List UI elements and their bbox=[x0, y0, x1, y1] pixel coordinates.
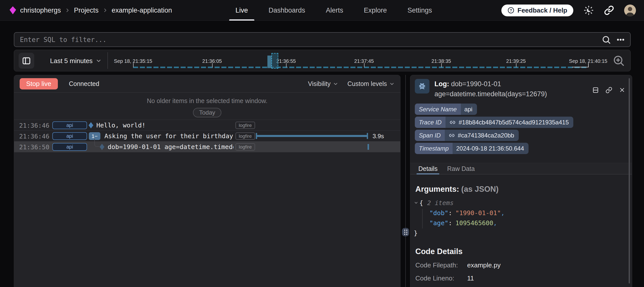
event-position-tick bbox=[368, 144, 369, 150]
service-badge[interactable]: api bbox=[52, 121, 87, 129]
share-link-icon[interactable] bbox=[604, 5, 614, 15]
logfire-logo-icon[interactable] bbox=[10, 6, 16, 14]
logfire-app: christophergs Projects example-applicati… bbox=[0, 0, 644, 287]
avatar[interactable] bbox=[624, 5, 636, 16]
timeline-zoom-in-icon[interactable] bbox=[613, 55, 625, 67]
today-button[interactable]: Today bbox=[193, 108, 221, 117]
stop-live-button[interactable]: Stop live bbox=[20, 78, 58, 89]
timeline-histogram[interactable]: Sep 18, 21:35:15 21:36:05 21:36:55 21:37… bbox=[14, 50, 600, 72]
tab-raw-data[interactable]: Raw Data bbox=[447, 163, 475, 174]
timeline-tick bbox=[441, 63, 442, 67]
log-row[interactable]: 21:36:46 api 1− Asking the user for thei… bbox=[14, 131, 400, 141]
log-rows: 21:36:46 api Hello, world! logfire 21:36… bbox=[14, 120, 400, 152]
tab-details[interactable]: Details bbox=[418, 163, 437, 174]
timeline-tick bbox=[133, 63, 134, 67]
tab-live[interactable]: Live bbox=[225, 0, 258, 21]
more-options-icon[interactable] bbox=[616, 35, 625, 44]
timeline-tick bbox=[516, 63, 516, 67]
visibility-dropdown[interactable]: Visibility bbox=[308, 80, 338, 87]
timeline-tick bbox=[286, 63, 287, 67]
arguments-heading: Arguments: (as JSON) bbox=[415, 185, 632, 194]
detail-attribute-pills: Service Name api Trace ID #18b84cb4847b5… bbox=[410, 104, 632, 154]
log-message: dob=1990-01-01 age=datetime.timede bbox=[108, 143, 233, 151]
json-items-count: 2 items bbox=[427, 199, 454, 207]
tree-connector bbox=[94, 138, 99, 147]
nav-actions: ? Feedback / Help bbox=[501, 0, 636, 21]
span-id-pill[interactable]: Span ID #ca741384ca2a20bb bbox=[415, 130, 519, 141]
json-entry: "dob":"1990-01-01", bbox=[414, 208, 632, 218]
tab-settings[interactable]: Settings bbox=[397, 0, 442, 21]
tab-alerts[interactable]: Alerts bbox=[315, 0, 353, 21]
copy-link-icon[interactable] bbox=[606, 81, 612, 99]
tab-explore[interactable]: Explore bbox=[353, 0, 397, 21]
close-panel-icon[interactable] bbox=[619, 81, 625, 99]
code-details-heading: Code Details bbox=[415, 247, 632, 256]
log-time: 21:36:50 bbox=[19, 144, 49, 151]
timeline-selection-region[interactable] bbox=[271, 53, 278, 69]
timestamp-pill[interactable]: Timestamp 2024-09-18 21:36:50.644 bbox=[415, 143, 529, 154]
tab-dashboards[interactable]: Dashboards bbox=[258, 0, 316, 21]
span-duration-bar[interactable] bbox=[256, 135, 368, 137]
json-viewer: { 2 items "dob":"1990-01-01", "age":1095… bbox=[414, 198, 632, 238]
log-message: Hello, world! bbox=[96, 122, 146, 129]
detail-title: Log: dob=1990-01-01 age=datetime.timedel… bbox=[434, 79, 587, 99]
log-message: Asking the user for their birthday bbox=[104, 132, 233, 140]
search-icon[interactable] bbox=[601, 35, 611, 44]
service-badge[interactable]: api bbox=[52, 132, 87, 140]
empty-window-notice: No older items in the selected time wind… bbox=[14, 93, 400, 120]
service-name-pill[interactable]: Service Name api bbox=[415, 104, 477, 115]
panel-divider bbox=[405, 75, 406, 287]
live-panel-header: Stop live Connected Visibility Custom le… bbox=[14, 75, 400, 93]
breadcrumb: christophergs Projects example-applicati… bbox=[10, 0, 172, 21]
content-area: Stop live Connected Visibility Custom le… bbox=[14, 75, 632, 287]
question-circle-icon: ? bbox=[507, 7, 514, 14]
service-badge[interactable]: api bbox=[52, 143, 87, 151]
span-duration-label: 3.9s bbox=[373, 133, 384, 140]
empty-message: No older items in the selected time wind… bbox=[14, 97, 400, 105]
split-view-icon[interactable] bbox=[592, 81, 599, 99]
chevron-right-icon bbox=[103, 8, 108, 13]
custom-levels-dropdown[interactable]: Custom levels bbox=[347, 80, 395, 87]
collapse-caret-icon[interactable] bbox=[414, 201, 418, 205]
grip-dots-icon bbox=[404, 229, 408, 235]
logfire-tag[interactable]: logfire bbox=[235, 143, 255, 151]
json-entry: "age":1095465600, bbox=[414, 218, 632, 228]
log-diamond-icon bbox=[100, 144, 104, 150]
panel-resize-handle[interactable] bbox=[402, 228, 409, 236]
main-tabs: Live Dashboards Alerts Explore Settings bbox=[225, 0, 442, 21]
sql-filter-input[interactable] bbox=[14, 33, 601, 46]
chevron-right-icon bbox=[65, 8, 70, 13]
detail-tabs: Details Raw Data bbox=[410, 163, 632, 174]
link-icon bbox=[449, 119, 456, 126]
log-bug-icon bbox=[415, 79, 429, 93]
trace-id-pill[interactable]: Trace ID #18b84cb4847b5d574c4ad9121935a4… bbox=[415, 117, 573, 128]
log-time: 21:36:46 bbox=[19, 122, 49, 129]
breadcrumb-project[interactable]: example-application bbox=[112, 7, 172, 14]
time-range-bar: Last 5 minutes Sep 18, 21:35:15 21:36:05… bbox=[14, 50, 631, 71]
timeline-end-marker bbox=[572, 67, 589, 67]
log-row[interactable]: 21:36:46 api Hello, world! logfire bbox=[14, 120, 400, 131]
link-icon bbox=[448, 132, 455, 139]
log-time: 21:36:46 bbox=[19, 133, 49, 140]
log-diamond-icon bbox=[89, 122, 93, 128]
chevron-down-icon bbox=[333, 81, 338, 87]
svg-text:?: ? bbox=[510, 8, 512, 12]
scrollbar[interactable] bbox=[629, 78, 630, 283]
json-indent-guide bbox=[422, 209, 423, 228]
sql-filter-bar bbox=[14, 32, 631, 47]
timeline-baseline bbox=[133, 67, 588, 68]
connection-status: Connected bbox=[69, 80, 99, 87]
theme-toggle-icon[interactable] bbox=[583, 5, 594, 16]
logfire-tag[interactable]: logfire bbox=[235, 132, 255, 140]
breadcrumb-projects[interactable]: Projects bbox=[74, 7, 99, 14]
feedback-help-button[interactable]: ? Feedback / Help bbox=[501, 5, 573, 16]
chevron-down-icon bbox=[389, 81, 395, 87]
histogram-bar[interactable] bbox=[267, 56, 271, 68]
code-lineno-row: Code Lineno: 11 bbox=[415, 274, 632, 282]
detail-panel: Log: dob=1990-01-01 age=datetime.timedel… bbox=[410, 75, 632, 287]
log-row-selected[interactable]: 21:36:50 api dob=1990-01-01 age=datetime… bbox=[14, 141, 400, 152]
breadcrumb-org[interactable]: christophergs bbox=[20, 7, 61, 14]
timeline-tick bbox=[364, 63, 365, 67]
logfire-tag[interactable]: logfire bbox=[235, 122, 255, 129]
detail-header: Log: dob=1990-01-01 age=datetime.timedel… bbox=[410, 75, 632, 99]
